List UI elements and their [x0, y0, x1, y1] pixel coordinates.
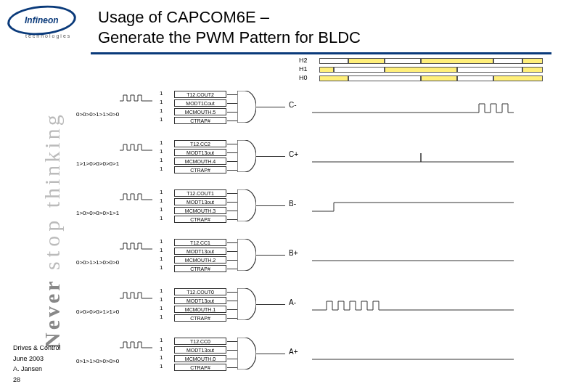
signal-box: MODT13out — [174, 149, 226, 156]
hall-h2-row: H2 — [319, 58, 544, 64]
footer-dept: Drives & Control — [13, 343, 61, 353]
signal-box: MCMOUTH.2 — [174, 256, 226, 264]
input-value: 1 — [160, 305, 163, 311]
page-title: Usage of CAPCOM6E – Generate the PWM Pat… — [98, 7, 361, 47]
hall-h0-label: H0 — [299, 74, 308, 81]
output-waveform — [312, 150, 515, 165]
pwm-diagram: H2 H1 H0 T12.COUT21MODT1Cout1MCMOUTH.51C… — [80, 58, 551, 388]
input-value: 1 — [160, 157, 163, 163]
output-label: B+ — [289, 249, 298, 257]
title-underline — [91, 52, 551, 54]
signal-box: MODT13out — [174, 248, 226, 255]
gate-block-Bplus: T12.CC11MODT13out1MCMOUTH.21CTRAP#1B+0>0… — [80, 239, 551, 288]
signal-box: MCMOUTH.3 — [174, 207, 226, 214]
signal-box: MCMOUTH.1 — [174, 306, 226, 313]
input-pulses — [120, 290, 152, 303]
signal-box: T12.CC1 — [174, 239, 226, 246]
gate-block-Cplus: T12.CC21MODT13out1MCMOUTH.41CTRAP#1C+1>1… — [80, 140, 551, 189]
input-value: 1 — [160, 337, 163, 343]
signal-box: T12.CC2 — [174, 140, 226, 147]
hall-h1-row: H1 — [319, 67, 544, 73]
input-value: 1 — [160, 247, 163, 253]
input-value: 1 — [160, 90, 163, 97]
signal-box: MODT13out — [174, 346, 226, 354]
input-value: 1 — [160, 148, 163, 155]
gate-block-Aplus: T12.CC01MODT13out1MCMOUTH.01CTRAP#1A+0>1… — [80, 338, 551, 387]
input-pulses — [120, 92, 152, 105]
output-label: B- — [289, 200, 296, 208]
input-value: 1 — [160, 314, 163, 320]
footer-page: 28 — [13, 375, 61, 385]
signal-box: T12.CC0 — [174, 338, 226, 345]
input-value: 1 — [160, 296, 163, 303]
gate-block-Aminus: T12.COUT01MODT13out1MCMOUTH.11CTRAP#1A-0… — [80, 288, 551, 338]
and-gate-icon — [237, 91, 256, 123]
signal-box: MODT1Cout — [174, 99, 226, 107]
and-gate-icon — [237, 338, 256, 369]
input-value: 1 — [160, 166, 163, 172]
hall-h2-label: H2 — [299, 57, 308, 64]
slogan-thinking: thinking — [40, 112, 64, 208]
output-waveform — [312, 101, 515, 115]
output-label: A- — [289, 298, 296, 306]
signal-box: MCMOUTH.5 — [174, 108, 226, 115]
equation-line: 1>0>0>0>0>1>1 — [76, 210, 119, 216]
signal-box: CTRAP# — [174, 314, 226, 322]
input-value: 1 — [160, 287, 163, 294]
signal-box: CTRAP# — [174, 364, 226, 371]
input-value: 1 — [160, 238, 163, 245]
slide-footer: Drives & Control June 2003 A. Jansen 28 — [13, 343, 61, 385]
sidebar-slogan: Never stop thinking — [40, 112, 65, 348]
signal-box: T12.COUT0 — [174, 288, 226, 295]
input-value: 1 — [160, 363, 163, 369]
equation-line: 0>0>0>0>1>1>0 — [76, 309, 119, 315]
signal-box: CTRAP# — [174, 117, 226, 124]
input-value: 1 — [160, 256, 163, 262]
footer-date: June 2003 — [13, 354, 61, 364]
signal-box: MCMOUTH.4 — [174, 158, 226, 165]
and-gate-icon — [237, 140, 256, 172]
equation-line: 1>1>0>0>0>0>1 — [76, 160, 119, 167]
signal-box: MODT13out — [174, 297, 226, 304]
input-value: 1 — [160, 264, 163, 271]
input-value: 1 — [160, 107, 163, 114]
output-waveform — [312, 200, 515, 214]
input-value: 1 — [160, 116, 163, 123]
input-pulses — [120, 142, 152, 155]
input-value: 1 — [160, 99, 163, 105]
gate-block-Bminus: T12.COUT11MODT13out1MCMOUTH.31CTRAP#1B-1… — [80, 189, 551, 239]
signal-box: MODT13out — [174, 198, 226, 205]
logo-text: Infineon — [25, 15, 59, 25]
signal-box: CTRAP# — [174, 166, 226, 173]
signal-box: CTRAP# — [174, 265, 226, 272]
signal-box: T12.COUT1 — [174, 189, 226, 197]
input-value: 1 — [160, 139, 163, 146]
and-gate-icon — [237, 288, 256, 320]
input-value: 1 — [160, 354, 163, 361]
slogan-never: Never — [40, 278, 64, 348]
signal-box: MCMOUTH.0 — [174, 355, 226, 362]
input-value: 1 — [160, 346, 163, 352]
and-gate-icon — [237, 189, 256, 221]
hall-h0-row: H0 — [319, 75, 544, 81]
equation-line: 0>1>1>0>0>0>0 — [76, 358, 119, 364]
output-waveform — [312, 249, 515, 264]
output-label: A+ — [289, 348, 298, 356]
title-line-2: Generate the PWM Pattern for BLDC — [98, 28, 361, 48]
and-gate-icon — [237, 239, 256, 271]
output-waveform — [312, 348, 515, 362]
input-value: 1 — [160, 189, 163, 195]
company-logo: Infineon technologies — [7, 6, 76, 38]
output-label: C- — [289, 101, 297, 109]
output-waveform — [312, 298, 515, 313]
equation-line: 0>0>1>1>0>0>0 — [76, 259, 119, 266]
slogan-stop: stop — [40, 216, 64, 270]
input-value: 1 — [160, 215, 163, 221]
signal-box: T12.COUT2 — [174, 91, 226, 98]
input-pulses — [120, 240, 152, 253]
hall-h1-label: H1 — [299, 65, 308, 73]
output-label: C+ — [289, 150, 298, 158]
footer-author: A. Jansen — [13, 364, 61, 374]
signal-box: CTRAP# — [174, 216, 226, 223]
gate-block-Cminus: T12.COUT21MODT1Cout1MCMOUTH.51CTRAP#1C-0… — [80, 91, 551, 140]
